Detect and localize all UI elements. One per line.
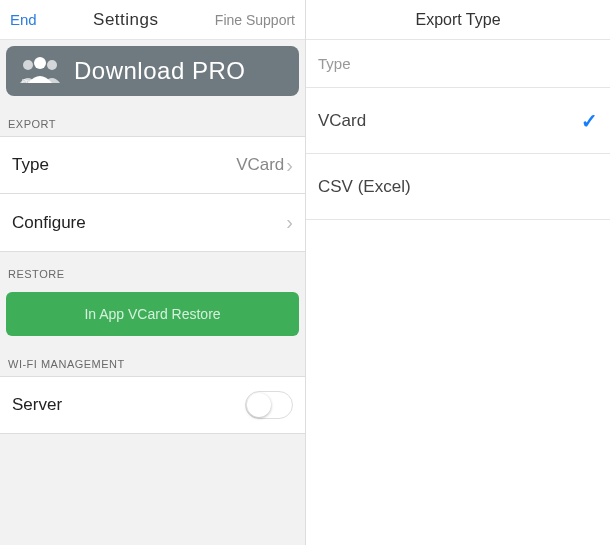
end-link[interactable]: End bbox=[10, 11, 37, 28]
export-section-header: EXPORT bbox=[0, 102, 305, 136]
server-label: Server bbox=[12, 395, 62, 415]
chevron-right-icon: › bbox=[286, 211, 293, 234]
configure-label: Configure bbox=[12, 213, 86, 233]
server-row: Server bbox=[0, 376, 305, 434]
chevron-right-icon: › bbox=[286, 154, 293, 177]
option-label: VCard bbox=[318, 111, 366, 131]
svg-text:Pro: Pro bbox=[22, 78, 32, 84]
restore-section-header: RESTORE bbox=[0, 252, 305, 286]
type-row[interactable]: Type VCard › bbox=[0, 136, 305, 194]
topnav: End Settings Fine Support bbox=[0, 0, 305, 40]
restore-button[interactable]: In App VCard Restore bbox=[6, 292, 299, 336]
svg-point-2 bbox=[47, 60, 57, 70]
wifi-section-header: WI-FI MANAGEMENT bbox=[0, 342, 305, 376]
export-type-panel: Export Type Type VCard ✓ CSV (Excel) bbox=[305, 0, 610, 545]
support-link[interactable]: Fine Support bbox=[215, 12, 295, 28]
download-pro-button[interactable]: Pro Download PRO bbox=[6, 46, 299, 96]
type-subheader: Type bbox=[306, 40, 610, 88]
option-csv[interactable]: CSV (Excel) bbox=[306, 154, 610, 220]
svg-point-0 bbox=[34, 57, 46, 69]
export-type-title: Export Type bbox=[415, 11, 500, 29]
svg-point-1 bbox=[23, 60, 33, 70]
people-icon: Pro bbox=[18, 53, 62, 89]
right-header: Export Type bbox=[306, 0, 610, 40]
server-toggle[interactable] bbox=[245, 391, 293, 419]
configure-row[interactable]: Configure › bbox=[0, 194, 305, 252]
page-title: Settings bbox=[93, 10, 158, 30]
type-value: VCard › bbox=[236, 154, 293, 177]
download-pro-label: Download PRO bbox=[74, 57, 245, 85]
check-icon: ✓ bbox=[581, 109, 598, 133]
settings-panel: End Settings Fine Support Pro Download P… bbox=[0, 0, 305, 545]
option-label: CSV (Excel) bbox=[318, 177, 411, 197]
type-label: Type bbox=[12, 155, 49, 175]
restore-button-label: In App VCard Restore bbox=[84, 306, 220, 322]
option-vcard[interactable]: VCard ✓ bbox=[306, 88, 610, 154]
